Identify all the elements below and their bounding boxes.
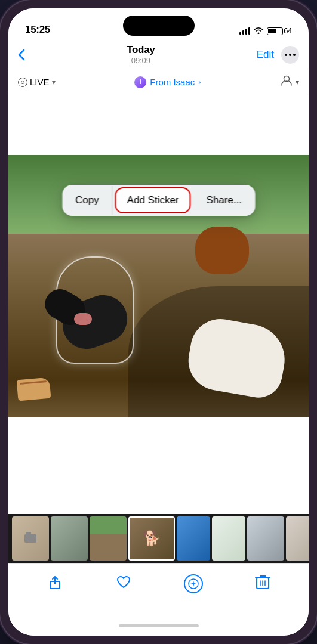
live-target-icon xyxy=(18,78,27,87)
main-content: Copy Add Sticker Share... xyxy=(8,95,309,563)
from-chevron-icon: › xyxy=(198,78,201,86)
bottom-space xyxy=(8,417,309,514)
add-sticker-menu-item[interactable]: Add Sticker xyxy=(115,187,191,213)
svg-point-1 xyxy=(289,54,291,56)
status-icons: 64 xyxy=(239,26,292,36)
magic-sticker-button[interactable] xyxy=(174,572,213,596)
person-chevron-icon: ▾ xyxy=(296,78,299,86)
phone-frame: 15:25 xyxy=(0,0,317,644)
from-label: From Isaac xyxy=(150,77,195,87)
photo-area[interactable]: Copy Add Sticker Share... xyxy=(8,155,309,417)
film-thumb-5[interactable] xyxy=(177,516,210,561)
from-avatar: I xyxy=(134,76,146,88)
signal-icon xyxy=(239,27,250,35)
person-icon xyxy=(280,74,293,90)
svg-point-2 xyxy=(293,54,296,56)
svg-rect-4 xyxy=(24,534,36,543)
film-thumb-4-active[interactable] xyxy=(128,516,175,561)
film-thumb-3[interactable] xyxy=(90,516,127,561)
photo-scene: Copy Add Sticker Share... xyxy=(8,155,309,417)
home-indicator xyxy=(8,615,309,636)
share-button[interactable] xyxy=(37,572,73,593)
film-thumb-7[interactable] xyxy=(247,516,284,561)
nav-bar: Today 09:09 Edit xyxy=(8,41,309,69)
live-badge[interactable]: LIVE ▾ xyxy=(18,77,56,87)
sandal xyxy=(17,377,51,401)
status-time: 15:25 xyxy=(25,24,50,36)
magic-wand-icon xyxy=(184,574,203,593)
film-thumb-1[interactable] xyxy=(12,516,49,561)
svg-rect-5 xyxy=(26,532,31,534)
back-button[interactable] xyxy=(18,49,25,61)
nav-title-group: Today 09:09 xyxy=(127,44,155,65)
bottom-toolbar xyxy=(8,563,309,615)
from-badge[interactable]: I From Isaac › xyxy=(134,76,201,88)
svg-point-0 xyxy=(285,54,287,56)
film-strip[interactable] xyxy=(8,514,309,563)
edit-button[interactable]: Edit xyxy=(257,49,274,61)
dog-brown xyxy=(195,227,249,274)
nav-actions: Edit xyxy=(257,46,299,64)
person-badge[interactable]: ▾ xyxy=(280,74,299,90)
dog-mouth xyxy=(74,313,92,325)
phone-screen: 15:25 xyxy=(8,8,309,636)
heart-button[interactable] xyxy=(106,572,141,593)
delete-button[interactable] xyxy=(245,572,280,593)
live-label: LIVE xyxy=(30,77,50,87)
top-space xyxy=(8,95,309,155)
nav-subtitle: 09:09 xyxy=(127,56,155,65)
context-menu: Copy Add Sticker Share... xyxy=(62,185,255,216)
dynamic-island xyxy=(123,16,195,36)
film-thumb-6[interactable] xyxy=(212,516,245,561)
live-chevron-icon: ▾ xyxy=(52,78,56,86)
battery-icon: 64 xyxy=(267,27,292,35)
wifi-icon xyxy=(254,26,263,36)
battery-level: 64 xyxy=(284,27,292,35)
secondary-bar: LIVE ▾ I From Isaac › ▾ xyxy=(8,69,309,95)
film-thumb-8[interactable] xyxy=(286,516,309,561)
nav-title: Today xyxy=(127,44,155,56)
home-bar xyxy=(119,624,199,627)
share-menu-item[interactable]: Share... xyxy=(193,186,256,215)
copy-menu-item[interactable]: Copy xyxy=(62,186,113,215)
more-button[interactable] xyxy=(281,46,299,64)
film-thumb-2[interactable] xyxy=(51,516,88,561)
